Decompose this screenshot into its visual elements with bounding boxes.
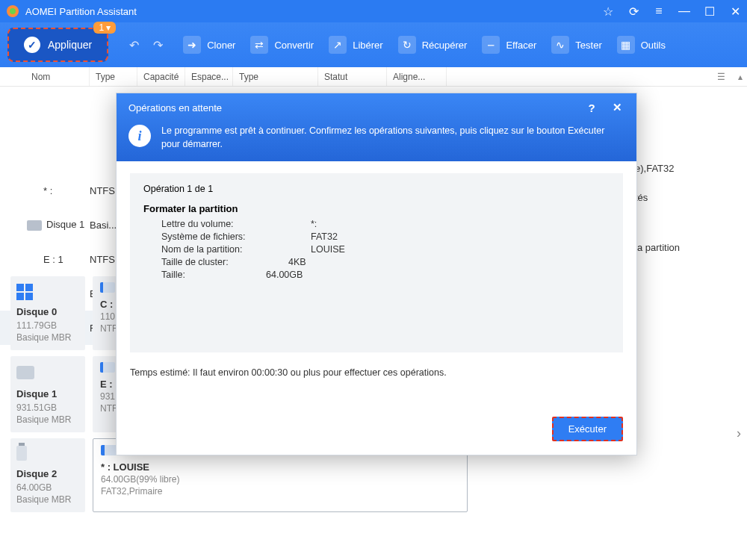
redo-button[interactable]: ↷ bbox=[150, 37, 165, 52]
toolbar-test[interactable]: ∿Tester bbox=[551, 36, 601, 54]
op-val-size: 64.00GB bbox=[266, 270, 430, 280]
undo-button[interactable]: ↶ bbox=[126, 37, 141, 52]
svg-rect-3 bbox=[25, 284, 33, 291]
dialog-title: Opérations en attente bbox=[128, 102, 574, 113]
apply-button[interactable]: ✓ Appliquer 1▾ bbox=[7, 28, 108, 62]
view-list-icon[interactable]: ☰ bbox=[714, 70, 728, 84]
erase-icon: ⎼ bbox=[482, 36, 500, 54]
dialog-header: Opérations en attente ? ✕ i Le programme… bbox=[117, 93, 636, 161]
maximize-icon[interactable]: ☐ bbox=[704, 5, 716, 17]
op-val-cluster: 4KB bbox=[288, 257, 430, 267]
undo-redo-group: ↶ ↷ bbox=[126, 37, 165, 52]
toolbar-free[interactable]: ↗Libérer bbox=[329, 36, 382, 54]
apply-label: Appliquer bbox=[48, 39, 92, 51]
favorite-icon[interactable]: ☆ bbox=[602, 5, 614, 17]
svg-rect-2 bbox=[16, 284, 24, 291]
app-title: AOMEI Partition Assistant bbox=[25, 6, 602, 17]
test-icon: ∿ bbox=[551, 36, 569, 54]
refresh-icon[interactable]: ⟳ bbox=[627, 5, 639, 17]
col-space[interactable]: Espace... bbox=[185, 67, 233, 86]
tools-icon: ▦ bbox=[617, 36, 635, 54]
svg-point-1 bbox=[10, 8, 16, 14]
execute-button[interactable]: Exécuter bbox=[552, 417, 623, 441]
dialog-close-icon[interactable]: ✕ bbox=[610, 101, 624, 114]
chevron-down-icon: ▾ bbox=[106, 22, 111, 33]
estimated-time: Temps estimé: Il faut environ 00:00:30 o… bbox=[130, 367, 623, 378]
toolbar-clone[interactable]: ➜Cloner bbox=[183, 36, 235, 54]
clone-icon: ➜ bbox=[183, 36, 201, 54]
operation-count: Opération 1 de 1 bbox=[143, 184, 610, 194]
side-properties[interactable]: tés bbox=[635, 187, 740, 208]
windows-disk-icon bbox=[16, 284, 34, 302]
title-bar: AOMEI Partition Assistant ☆ ⟳ ≡ — ☐ ✕ bbox=[0, 0, 747, 22]
pending-operations-dialog: Opérations en attente ? ✕ i Le programme… bbox=[116, 93, 637, 455]
menu-icon[interactable]: ≡ bbox=[653, 5, 665, 17]
right-panel: e),FAT32 tés la partition bbox=[627, 87, 747, 265]
disk-card-1[interactable]: Disque 1 931.51GB Basique MBR bbox=[10, 356, 85, 432]
op-key-fs: Système de fichiers: bbox=[161, 231, 311, 242]
usb-drive-icon bbox=[16, 446, 34, 464]
op-val-fs: FAT32 bbox=[311, 231, 430, 242]
main-toolbar: ✓ Appliquer 1▾ ↶ ↷ ➜Cloner ⇄Convertir ↗L… bbox=[0, 22, 747, 67]
toolbar-convert[interactable]: ⇄Convertir bbox=[250, 36, 314, 54]
toolbar-erase[interactable]: ⎼Effacer bbox=[482, 36, 536, 54]
operation-details: Lettre du volume: *: Système de fichiers… bbox=[161, 219, 610, 280]
dialog-body: Opération 1 de 1 Formater la partition L… bbox=[117, 161, 636, 417]
col-align[interactable]: Aligne... bbox=[387, 67, 447, 86]
col-name[interactable]: Nom bbox=[0, 67, 90, 86]
col-capacity[interactable]: Capacité bbox=[137, 67, 185, 86]
dialog-footer: Exécuter bbox=[117, 417, 636, 455]
info-icon: i bbox=[128, 125, 151, 147]
close-icon[interactable]: ✕ bbox=[729, 5, 741, 17]
svg-rect-4 bbox=[16, 293, 24, 300]
operation-name: Formater la partition bbox=[143, 203, 610, 214]
svg-rect-5 bbox=[25, 293, 33, 300]
col-type[interactable]: Type bbox=[90, 67, 137, 86]
dialog-help-icon[interactable]: ? bbox=[584, 102, 599, 114]
col-status[interactable]: Statut bbox=[318, 67, 387, 86]
convert-icon: ⇄ bbox=[250, 36, 268, 54]
op-key-letter: Lettre du volume: bbox=[161, 219, 311, 229]
disk-card-0[interactable]: Disque 0 111.79GB Basique MBR bbox=[10, 276, 85, 350]
scroll-up-icon[interactable]: ▴ bbox=[734, 70, 747, 84]
recover-icon: ↻ bbox=[398, 36, 416, 54]
toolbar-tools[interactable]: ▦Outils bbox=[617, 36, 666, 54]
pending-count-badge: 1▾ bbox=[93, 22, 116, 34]
toolbar-recover[interactable]: ↻Récupérer bbox=[398, 36, 468, 54]
apply-check-icon: ✓ bbox=[24, 37, 40, 53]
minimize-icon[interactable]: — bbox=[678, 5, 690, 17]
operations-panel: Opération 1 de 1 Formater la partition L… bbox=[130, 173, 623, 352]
hdd-icon bbox=[16, 366, 34, 384]
op-key-label: Nom de la partition: bbox=[161, 244, 311, 255]
side-hint-fat: e),FAT32 bbox=[635, 158, 740, 178]
free-icon: ↗ bbox=[329, 36, 347, 54]
disk-card-2[interactable]: Disque 2 64.00GB Basique MBR bbox=[10, 438, 85, 512]
col-type2[interactable]: Type bbox=[233, 67, 318, 86]
column-header: Nom Type Capacité Espace... Type Statut … bbox=[0, 67, 747, 87]
app-logo-icon bbox=[6, 4, 19, 18]
disk-icon bbox=[27, 220, 42, 231]
side-format-partition[interactable]: la partition bbox=[635, 237, 740, 258]
scroll-right-icon[interactable]: › bbox=[737, 426, 741, 441]
dialog-info-text: Le programme est prêt à continuer. Confi… bbox=[161, 125, 624, 151]
op-val-label: LOUISE bbox=[311, 244, 430, 255]
op-val-letter: *: bbox=[311, 219, 430, 229]
